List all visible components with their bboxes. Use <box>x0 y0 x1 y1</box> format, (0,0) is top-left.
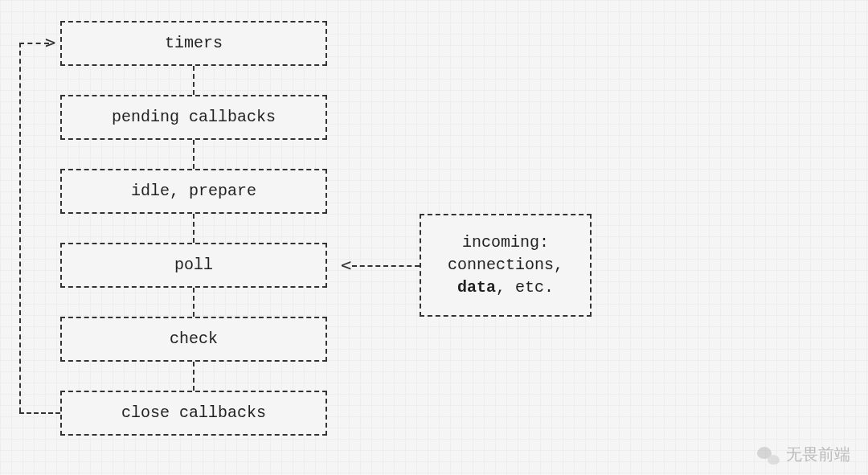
loop-connector-bottom <box>19 412 60 414</box>
incoming-connector <box>352 265 420 267</box>
stage-idle-prepare: idle, prepare <box>60 169 327 214</box>
incoming-line1: incoming: <box>462 233 549 252</box>
stage-pending-callbacks: pending callbacks <box>60 95 327 140</box>
connector <box>193 140 194 169</box>
incoming-text: incoming: connections, data, etc. <box>448 231 563 299</box>
connector <box>193 362 194 391</box>
connector <box>193 66 194 95</box>
stage-label: idle, prepare <box>131 180 256 203</box>
incoming-line2: connections, <box>448 256 563 274</box>
stage-label: timers <box>165 32 223 55</box>
stage-label: pending callbacks <box>112 106 276 129</box>
arrow-right-icon: > <box>45 34 55 51</box>
arrow-left-icon: < <box>341 256 351 274</box>
connector <box>193 288 194 317</box>
stage-close-callbacks: close callbacks <box>60 391 327 436</box>
watermark: 无畏前端 <box>757 444 850 465</box>
watermark-text: 无畏前端 <box>786 444 850 465</box>
stage-label: check <box>170 328 218 350</box>
incoming-box: incoming: connections, data, etc. <box>420 214 592 317</box>
stage-poll: poll <box>60 243 327 288</box>
stage-check: check <box>60 317 327 362</box>
wechat-icon <box>757 445 780 465</box>
stage-label: close callbacks <box>121 402 266 424</box>
event-loop-diagram: timers pending callbacks idle, prepare p… <box>0 0 868 475</box>
connector <box>193 214 194 243</box>
stage-timers: timers <box>60 21 327 66</box>
loop-connector-left <box>19 43 21 412</box>
incoming-line3-rest: , etc. <box>496 278 554 297</box>
stage-label: poll <box>174 254 213 276</box>
incoming-line3-bold: data <box>457 278 496 297</box>
